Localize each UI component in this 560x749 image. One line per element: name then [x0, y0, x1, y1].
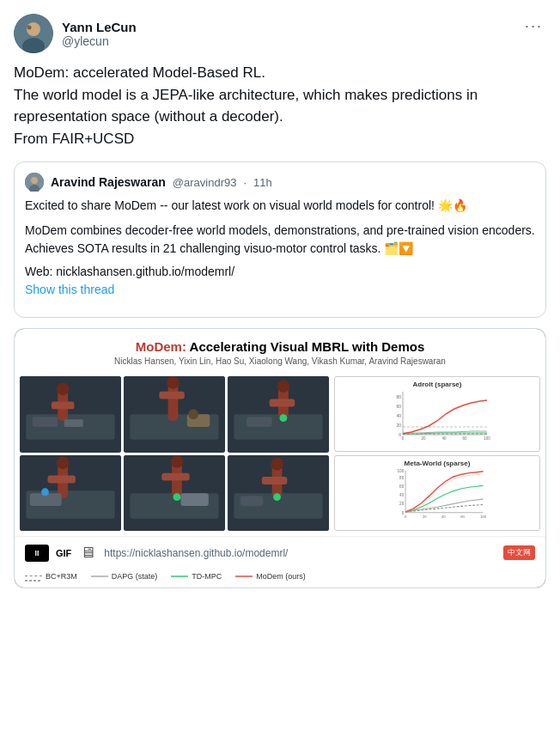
- svg-point-5: [31, 177, 38, 184]
- tweet-card: Yann LeCun @ylecun ··· MoDem: accelerate…: [14, 14, 546, 588]
- svg-point-3: [27, 26, 32, 30]
- robot-cell-5: [124, 455, 225, 532]
- paper-title-black: Accelerating Visual MBRL with Demos: [190, 339, 425, 354]
- svg-text:100: 100: [398, 469, 405, 473]
- svg-text:20: 20: [396, 423, 401, 428]
- svg-point-32: [57, 456, 70, 469]
- legend-dapg-label: DAPG (state): [112, 572, 158, 581]
- chart-adroit-title: Adroit (sparse): [338, 381, 536, 388]
- legend-bc-r3m-line: [25, 575, 42, 577]
- avatar-image: [14, 14, 53, 53]
- media-controls: II GIF: [25, 545, 71, 562]
- svg-rect-38: [161, 472, 189, 480]
- tweet-header: Yann LeCun @ylecun ···: [14, 14, 546, 53]
- svg-text:60: 60: [460, 515, 465, 519]
- svg-point-41: [173, 493, 181, 501]
- quoted-time: ·: [243, 176, 247, 189]
- svg-text:40: 40: [399, 493, 405, 497]
- svg-point-11: [57, 382, 70, 395]
- quoted-body-2: MoDem combines decoder-free world models…: [25, 222, 535, 258]
- quoted-web-link: Web: nicklashansen.github.io/modemrl/: [25, 265, 535, 278]
- robot-cell-6: [228, 455, 329, 532]
- show-thread-link[interactable]: Show this thread: [25, 283, 114, 296]
- paper-title-bar: MoDem: Accelerating Visual MBRL with Dem…: [15, 329, 545, 371]
- legend-tdmpc: TD-MPC: [171, 572, 222, 581]
- legend-modem: MoDem (ours): [235, 572, 306, 581]
- robot-cell-4: [20, 455, 121, 532]
- svg-text:40: 40: [441, 515, 446, 519]
- svg-point-46: [271, 457, 283, 470]
- svg-point-48: [273, 493, 281, 501]
- robot-cell-1: [20, 376, 121, 453]
- quoted-timestamp: 11h: [253, 176, 272, 189]
- svg-point-25: [277, 380, 290, 393]
- quoted-tweet-header: Aravind Rajeswaran @aravindr93 · 11h: [25, 173, 535, 192]
- paper-content: Adroit (sparse) 0 20 40 60 80: [15, 371, 545, 536]
- legend-tdmpc-label: TD-MPC: [192, 572, 222, 581]
- paper-authors: Nicklas Hansen, Yixin Lin, Hao Su, Xiaol…: [28, 356, 532, 366]
- svg-text:60: 60: [396, 404, 401, 409]
- svg-text:20: 20: [421, 436, 426, 441]
- play-pause-label: II: [34, 549, 39, 557]
- robot-grid: [20, 376, 329, 531]
- paper-title: MoDem: Accelerating Visual MBRL with Dem…: [28, 339, 532, 354]
- svg-text:0: 0: [405, 515, 407, 519]
- quoted-tweet[interactable]: Aravind Rajeswaran @aravindr93 · 11h Exc…: [14, 161, 546, 318]
- paper-image: MoDem: Accelerating Visual MBRL with Dem…: [15, 329, 545, 588]
- avatar[interactable]: [14, 14, 53, 53]
- svg-rect-27: [247, 417, 272, 427]
- svg-point-20: [188, 409, 198, 419]
- svg-text:0: 0: [402, 436, 405, 441]
- legend-dapg: DAPG (state): [91, 572, 158, 581]
- chart-metaworld: Meta-World (sparse) 0 20 40 60 80 100: [334, 455, 540, 531]
- robot-cell-2: [124, 376, 225, 453]
- legend-dapg-line: [91, 572, 108, 581]
- paper-image-card[interactable]: MoDem: Accelerating Visual MBRL with Dem…: [14, 328, 546, 588]
- play-pause-button[interactable]: II: [25, 545, 49, 562]
- image-url: https://nicklashansen.github.io/modemrl/: [104, 547, 288, 559]
- legend-tdmpc-line: [171, 572, 188, 581]
- legend-bc-r3m: BC+R3M: [25, 572, 77, 581]
- quoted-body-1: Excited to share MoDem -- our latest wor…: [25, 197, 535, 215]
- svg-point-18: [167, 376, 180, 389]
- legend-modem-label: MoDem (ours): [256, 572, 306, 581]
- display-name: Yann LeCun: [62, 20, 137, 34]
- svg-text:100: 100: [484, 436, 490, 441]
- quoted-avatar: [25, 173, 44, 192]
- svg-rect-24: [270, 399, 295, 407]
- charts-area: Adroit (sparse) 0 20 40 60 80: [334, 376, 540, 531]
- svg-rect-40: [180, 493, 208, 506]
- more-options-button[interactable]: ···: [521, 14, 546, 39]
- svg-rect-13: [64, 419, 83, 427]
- svg-text:20: 20: [423, 515, 427, 519]
- user-info: Yann LeCun @ylecun: [62, 20, 137, 48]
- tweet-body: MoDem: accelerated Model-Based RL. The w…: [14, 62, 546, 149]
- robot-cell-3: [228, 376, 329, 453]
- svg-rect-45: [262, 477, 288, 484]
- legend-bc-r3m-label: BC+R3M: [46, 572, 77, 581]
- svg-text:40: 40: [441, 436, 447, 441]
- quoted-username: @aravindr93: [173, 176, 237, 189]
- svg-text:60: 60: [462, 436, 467, 441]
- svg-rect-12: [33, 417, 58, 427]
- username: @ylecun: [62, 34, 137, 48]
- legend-area: BC+R3M DAPG (state) TD-MPC: [15, 569, 545, 588]
- svg-text:100: 100: [480, 515, 487, 519]
- monitor-icon: 🖥: [80, 544, 95, 562]
- svg-text:20: 20: [399, 502, 405, 506]
- svg-text:80: 80: [396, 394, 401, 399]
- watermark: 中文网: [503, 545, 535, 560]
- svg-rect-47: [240, 496, 264, 506]
- chart-metaworld-title: Meta-World (sparse): [338, 460, 536, 467]
- chart-adroit: Adroit (sparse) 0 20 40 60 80: [334, 376, 540, 452]
- svg-point-39: [171, 455, 184, 468]
- legend-modem-line: [235, 572, 253, 581]
- tweet-header-left: Yann LeCun @ylecun: [14, 14, 137, 53]
- paper-title-red: MoDem:: [136, 339, 186, 354]
- image-footer: II GIF 🖥 https://nicklashansen.github.io…: [15, 536, 545, 569]
- gif-label: GIF: [56, 548, 71, 558]
- svg-rect-17: [159, 392, 185, 399]
- svg-text:60: 60: [399, 484, 405, 489]
- svg-rect-31: [47, 475, 75, 483]
- svg-rect-10: [52, 402, 75, 410]
